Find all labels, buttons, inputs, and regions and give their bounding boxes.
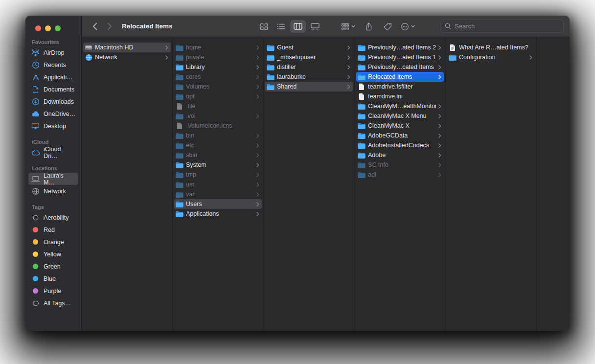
sidebar-item-purple[interactable]: Purple	[28, 285, 78, 297]
file-row[interactable]: .VolumeIcon.icns	[174, 121, 262, 131]
file-row[interactable]: teamdrive.ini	[356, 91, 444, 101]
sidebar-item-downloads[interactable]: Downloads	[28, 95, 78, 108]
file-row[interactable]: System	[174, 160, 262, 170]
file-row[interactable]: Guest	[265, 43, 353, 52]
file-row[interactable]: Users	[174, 199, 262, 209]
file-row[interactable]: lauraburke	[265, 72, 353, 82]
file-label: Previously…ated Items 1	[368, 54, 436, 61]
tag-dot-icon	[31, 264, 40, 269]
sidebar-item-documents[interactable]: Documents	[28, 83, 78, 95]
file-label: teamdrive.ini	[368, 93, 442, 100]
sidebar-item-label: OneDrive…	[44, 111, 75, 117]
sidebar-item-onedrive[interactable]: OneDrive…	[28, 108, 78, 120]
sidebar-item-green[interactable]: Green	[28, 260, 78, 273]
sidebar-item-applicati[interactable]: Applicati…	[28, 71, 78, 83]
file-row[interactable]: distiller	[265, 62, 353, 72]
file-row[interactable]: bin	[174, 131, 262, 140]
file-row[interactable]: Library	[174, 62, 262, 72]
sidebar-item-icloud-dri[interactable]: iCloud Dri…	[28, 146, 78, 159]
search-icon	[445, 23, 451, 29]
file-row[interactable]: .file	[174, 101, 262, 111]
chevron-right-icon	[256, 202, 259, 206]
chevron-right-icon	[438, 46, 441, 50]
file-row[interactable]: adi	[356, 170, 444, 180]
folder-icon	[176, 93, 183, 100]
icon-view-button[interactable]	[256, 20, 272, 33]
file-row[interactable]: _mbsetupuser	[265, 52, 353, 62]
sidebar-item-all-tags[interactable]: All Tags…	[28, 297, 78, 309]
file-row[interactable]: sbin	[174, 150, 262, 160]
file-row[interactable]: Volumes	[174, 82, 262, 91]
sidebar-item-airdrop[interactable]: AirDrop	[28, 46, 78, 59]
chevron-right-icon	[256, 163, 259, 167]
file-row[interactable]: CleanMyMac X Menu	[356, 111, 444, 121]
zoom-button[interactable]	[55, 25, 61, 31]
file-row[interactable]: Previously…ated Items 1	[356, 52, 444, 62]
chevron-right-icon	[256, 85, 259, 89]
icloud-icon	[31, 150, 40, 156]
file-row[interactable]: SC Info	[356, 160, 444, 170]
file-row[interactable]: tmp	[174, 170, 262, 180]
file-row[interactable]: Relocated Items	[356, 72, 444, 82]
file-row[interactable]: cores	[174, 72, 262, 82]
sidebar-section-header: Locations	[32, 165, 78, 171]
tags-button[interactable]	[380, 20, 395, 33]
folder-icon	[358, 123, 366, 129]
sidebar-item-recents[interactable]: Recents	[28, 59, 78, 71]
group-button[interactable]	[339, 20, 357, 33]
file-row[interactable]: CleanMyMac X	[356, 121, 444, 131]
file-row[interactable]: Macintosh HD	[83, 43, 171, 52]
close-button[interactable]	[35, 25, 41, 31]
file-label: Applications	[186, 210, 254, 217]
sidebar-item-desktop[interactable]: Desktop	[28, 120, 78, 132]
file-row[interactable]: Network	[83, 52, 171, 62]
forward-button[interactable]	[103, 20, 116, 33]
sidebar-item-red[interactable]: Red	[28, 224, 78, 236]
file-row[interactable]: teamdrive.fsfilter	[356, 82, 444, 91]
sidebar-item-aerobility[interactable]: Aerobility	[28, 211, 78, 224]
sidebar-item-network[interactable]: Network	[28, 185, 78, 197]
file-row[interactable]: etc	[174, 140, 262, 150]
file-row[interactable]: Configuration	[447, 52, 535, 62]
file-row[interactable]: private	[174, 52, 262, 62]
file-row[interactable]: .vol	[174, 111, 262, 121]
folder-icon	[358, 74, 366, 80]
file-row[interactable]: What Are R…ated Items?	[447, 43, 535, 52]
file-label: AdobeGCData	[368, 132, 436, 139]
file-label: Configuration	[459, 54, 527, 61]
sidebar-item-label: All Tags…	[44, 300, 71, 307]
back-button[interactable]	[89, 20, 101, 33]
sidebar-item-yellow[interactable]: Yellow	[28, 248, 78, 260]
folder-icon	[176, 191, 183, 198]
file-row[interactable]: Shared	[265, 82, 353, 91]
file-row[interactable]: AdobeInstalledCodecs	[356, 140, 444, 150]
cloud-icon	[31, 111, 40, 117]
file-row[interactable]: Applications	[174, 209, 262, 219]
more-button[interactable]	[399, 20, 417, 33]
sidebar-item-laura-s-m[interactable]: Laura's M…	[28, 173, 78, 185]
file-row[interactable]: CleanMyM…ealthMonitor	[356, 101, 444, 111]
minimize-button[interactable]	[45, 25, 51, 31]
file-row[interactable]: home	[174, 43, 262, 52]
list-view-button[interactable]	[273, 20, 289, 33]
column-view-button[interactable]	[290, 20, 306, 33]
search-input[interactable]	[454, 22, 559, 30]
share-button[interactable]	[361, 20, 376, 33]
file-row[interactable]: usr	[174, 180, 262, 189]
chevron-right-icon	[438, 173, 441, 177]
sidebar-section-header: Favourites	[32, 39, 78, 45]
file-row[interactable]: AdobeGCData	[356, 131, 444, 140]
file-row[interactable]: Previously…cated Items	[356, 62, 444, 72]
file-row[interactable]: var	[174, 189, 262, 199]
file-row[interactable]: Previously…ated Items 2	[356, 43, 444, 52]
sidebar-item-orange[interactable]: Orange	[28, 236, 78, 248]
chevron-right-icon	[347, 75, 350, 79]
file-row[interactable]: opt	[174, 91, 262, 101]
file-row[interactable]: Adobe	[356, 150, 444, 160]
chevron-right-icon	[438, 134, 441, 138]
search-field[interactable]	[440, 20, 564, 33]
gallery-view-button[interactable]	[307, 20, 323, 33]
chevron-right-icon	[347, 85, 350, 89]
sidebar-item-blue[interactable]: Blue	[28, 273, 78, 285]
file-label: .vol	[186, 113, 254, 119]
